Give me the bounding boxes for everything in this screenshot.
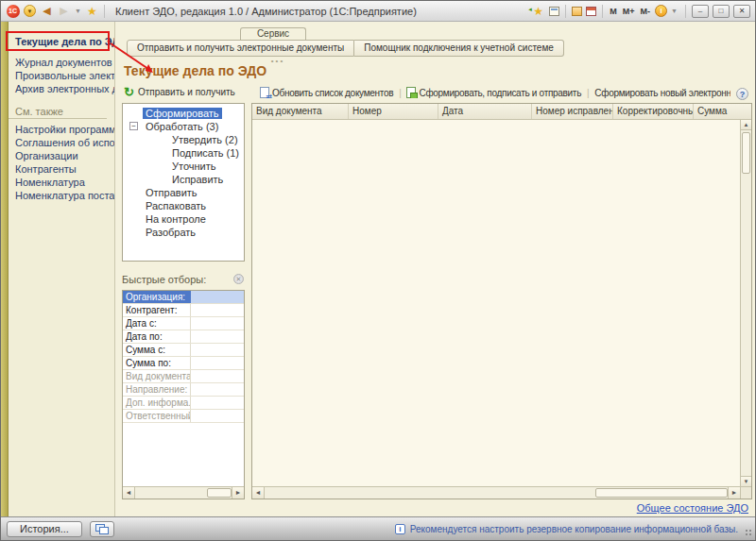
filter-row-sum-to[interactable]: Сумма по: [123, 357, 244, 370]
scroll-left-icon[interactable]: ◄ [252, 487, 265, 499]
scrollbar-corner [740, 486, 751, 499]
filter-value[interactable] [191, 397, 244, 409]
tree-item-sign[interactable]: Подписать (1) [172, 147, 239, 159]
tree-item-clarify[interactable]: Уточнить [172, 161, 216, 172]
filter-row-date-to[interactable]: Дата по: [123, 330, 244, 344]
scroll-right-icon[interactable]: ► [728, 487, 740, 499]
tree-item-form[interactable]: Сформировать [143, 108, 222, 119]
memory-plus-button[interactable]: M+ [622, 7, 636, 16]
filter-value[interactable] [191, 330, 244, 343]
history-dropdown-icon[interactable]: ▼ [74, 4, 82, 19]
calendar-icon[interactable] [586, 7, 596, 16]
tree-item-process[interactable]: Обработать (3) [146, 121, 218, 132]
page-title: Текущие дела по ЭДО [124, 63, 266, 78]
clear-filters-icon[interactable]: ✕ [233, 274, 244, 284]
column-doc-type[interactable]: Вид документа [252, 104, 349, 119]
app-logo-icon: 1С [6, 4, 20, 19]
tab-connection-assistant[interactable]: Помощник подключения к учетной системе [354, 40, 564, 57]
filter-row-responsible[interactable]: Ответственный: [123, 410, 244, 423]
list-command-bar: Обновить список документов | Сформироват… [260, 87, 730, 98]
back-icon[interactable]: ◀ [40, 4, 54, 19]
info-dropdown-icon[interactable]: ▼ [671, 8, 679, 14]
memory-minus-button[interactable]: M- [640, 7, 652, 16]
scroll-up-icon[interactable]: ▲ [741, 120, 751, 130]
filter-value[interactable] [191, 410, 244, 422]
open-window-icon[interactable] [549, 7, 559, 16]
scroll-left-icon[interactable]: ◄ [123, 487, 135, 499]
sidebar-item-settings[interactable]: Настройки программы [9, 123, 114, 136]
tree-item-unpack[interactable]: Распаковать [146, 200, 206, 211]
document-list-vertical-scrollbar[interactable]: ▲ ▼ [740, 120, 751, 486]
sidebar-item-agreements[interactable]: Соглашения об использ... [9, 136, 114, 149]
scrollbar-thumb[interactable] [207, 488, 232, 498]
minimize-button[interactable]: – [692, 5, 709, 18]
filter-row-additional-info[interactable]: Доп. информа... [123, 397, 244, 410]
column-correction-number[interactable]: Номер исправления [532, 104, 613, 119]
sidebar-item-archive[interactable]: Архив электронных док... [9, 82, 114, 95]
form-new-document-button[interactable]: Сформировать новый электронный документ [594, 88, 730, 98]
column-date[interactable]: Дата [438, 104, 532, 119]
close-button[interactable]: ✕ [733, 5, 750, 18]
filter-row-sum-from[interactable]: Сумма с: [123, 344, 244, 357]
forward-icon[interactable]: ▶ [57, 4, 71, 19]
titlebar-separator [602, 5, 603, 18]
column-sum[interactable]: Сумма [694, 104, 751, 119]
collapse-icon[interactable]: − [129, 122, 138, 130]
column-adjustment[interactable]: Корректировочный [613, 104, 694, 119]
history-button[interactable]: История... [7, 521, 82, 537]
info-icon[interactable]: i [655, 5, 667, 17]
filter-row-date-from[interactable]: Дата с: [123, 317, 244, 330]
sidebar-item-organizations[interactable]: Организации [9, 149, 114, 162]
form-sign-send-icon [406, 87, 416, 98]
filter-row-direction[interactable]: Направление: [123, 383, 244, 397]
tree-item-correct[interactable]: Исправить [172, 174, 223, 185]
scroll-down-icon[interactable]: ▼ [741, 476, 751, 486]
filters-horizontal-scrollbar[interactable]: ◄ ► [123, 486, 244, 499]
titlebar-separator [565, 5, 566, 18]
filter-value[interactable] [191, 370, 244, 382]
filter-value[interactable] [191, 383, 244, 396]
edo-overall-state-link[interactable]: Общее состояние ЭДО [637, 502, 748, 514]
calculator-icon[interactable] [572, 7, 582, 16]
favorites-icon[interactable]: ★ [85, 4, 99, 19]
titlebar-separator [685, 5, 686, 18]
refresh-icon: ↻ [124, 87, 134, 97]
document-list-horizontal-scrollbar[interactable]: ◄ ► [252, 486, 740, 499]
maximize-button[interactable]: □ [713, 5, 730, 18]
scrollbar-thumb[interactable] [595, 488, 728, 498]
column-number[interactable]: Номер [349, 104, 438, 119]
tab-send-receive-docs[interactable]: Отправить и получить электронные докумен… [127, 40, 354, 57]
open-windows-button[interactable] [90, 521, 114, 537]
memory-recall-button[interactable]: M [609, 7, 618, 16]
scrollbar-thumb[interactable] [742, 132, 750, 174]
titlebar: 1С ▼ ◀ ▶ ▼ ★ Клиент ЭДО, редакция 1.0 / … [1, 1, 755, 22]
main-menu-button[interactable]: ▼ [23, 4, 37, 19]
filter-value[interactable] [191, 304, 244, 316]
filter-value[interactable] [191, 357, 244, 369]
status-tree: Сформировать − Обработать (3) Утвердить … [122, 103, 245, 262]
tree-item-on-control[interactable]: На контроле [146, 213, 206, 225]
refresh-list-button[interactable]: Обновить список документов [272, 88, 393, 98]
sidebar-item-supplier-nomenclature[interactable]: Номенклатура поставщ... [9, 189, 114, 202]
filter-value[interactable] [191, 344, 244, 356]
add-favorite-icon[interactable]: ★ [531, 4, 545, 19]
filter-row-counterparty[interactable]: Контрагент: [123, 304, 244, 317]
sidebar-item-counterparties[interactable]: Контрагенты [9, 162, 114, 176]
filter-value[interactable] [191, 317, 244, 330]
resize-grip[interactable] [745, 529, 753, 537]
filter-value[interactable] [191, 291, 244, 303]
panel-collapse-handle[interactable]: ••• [266, 57, 290, 65]
send-receive-button[interactable]: ↻ Отправить и получить [124, 87, 235, 97]
sidebar-item-nomenclature[interactable]: Номенклатура [9, 176, 114, 189]
form-sign-send-button[interactable]: Сформировать, подписать и отправить [419, 88, 581, 98]
tree-item-sort-out[interactable]: Разобрать [146, 227, 196, 238]
sidebar-item-arbitrary-docs[interactable]: Произвольные электро... [9, 69, 114, 82]
filter-row-organization[interactable]: Организация: [123, 291, 244, 304]
sidebar-item-current-edo[interactable]: Текущие дела по ЭДО [9, 35, 114, 48]
tree-item-send[interactable]: Отправить [146, 187, 198, 198]
sidebar-item-journal[interactable]: Журнал документов [9, 56, 114, 69]
help-icon[interactable]: ? [736, 88, 748, 100]
tree-item-approve[interactable]: Утвердить (2) [172, 134, 238, 145]
scroll-right-icon[interactable]: ► [232, 487, 244, 499]
filter-row-doc-type[interactable]: Вид документа: [123, 370, 244, 383]
